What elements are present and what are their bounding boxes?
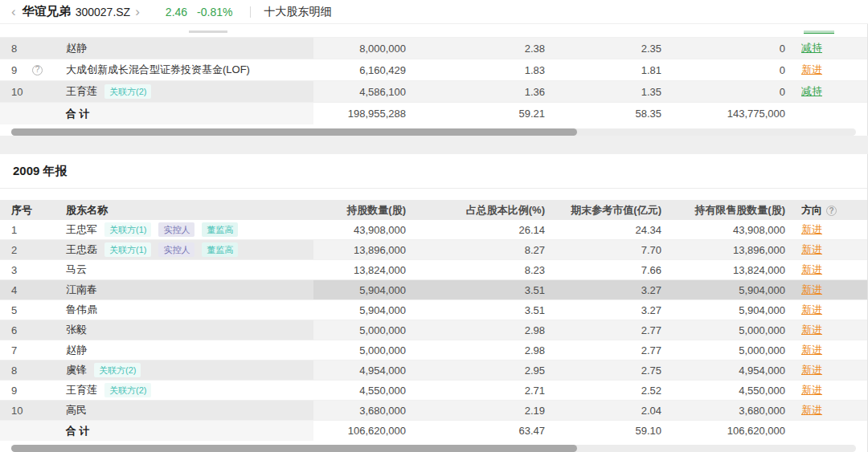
table-row: 8赵静8,000,0002.382.350减持 [0,38,867,59]
direction-link[interactable]: 新进 [801,303,822,316]
ratio-cell: 3.51 [406,284,545,296]
related-tag[interactable]: 关联方(2) [104,383,151,397]
direction-link[interactable]: 新进 [801,223,822,235]
page-title: 十大股东明细 [264,5,331,19]
restricted-shares-cell: 0 [661,43,785,55]
direction-link[interactable]: 新进 [801,324,822,336]
market-value-cell: 2.77 [545,324,661,336]
direction-link[interactable]: 新进 [801,63,822,75]
table-row: 10高民3,680,0002.192.043,680,000新进 [0,401,867,421]
shareholder-name: 江南春 [55,283,97,297]
related-tag[interactable]: 关联方(1) [104,222,151,237]
horizontal-scrollbar[interactable] [11,128,856,136]
prev-period-table: 8赵静8,000,0002.382.350减持9大成创新成长混合型证券投资基金(… [0,24,868,136]
controller-tag[interactable]: 实控人 [158,242,194,257]
stock-title: 华谊兄弟 [23,4,71,19]
row-serial: 4 [11,284,32,296]
col-header-name: 股东名称 [55,203,108,218]
executive-tag[interactable]: 董监高 [202,222,238,237]
market-value-cell: 2.52 [545,385,661,397]
row-serial: 9 [11,385,32,397]
direction-link[interactable]: 新进 [801,364,822,376]
total-restricted: 106,620,000 [661,425,785,437]
scrollbar-thumb[interactable] [11,128,577,136]
ratio-cell: 2.95 [406,364,545,377]
restricted-shares-cell: 13,824,000 [661,264,785,276]
shareholder-name: 大成创新成长混合型证券投资基金(LOF) [55,63,250,77]
direction-link[interactable]: 新进 [801,263,822,275]
direction-link[interactable]: 新进 [801,404,822,416]
direction-link[interactable]: 新进 [801,243,822,255]
col-header-value: 期末参考市值(亿元) [545,203,661,218]
ratio-cell: 2.38 [406,43,545,55]
shareholder-name: 赵静 [55,41,87,55]
col-header-restricted: 持有限售股数量(股) [661,203,785,218]
horizontal-scrollbar[interactable] [11,445,856,452]
total-row: 合 计 198,955,288 59.21 58.35 143,775,000 [0,103,867,124]
shares-cell: 5,904,000 [313,304,406,316]
row-serial: 3 [11,264,32,276]
table-row: 10王育莲关联方(2)4,586,1001.361.350减持 [0,81,867,103]
direction-link[interactable]: 新进 [801,344,822,356]
restricted-shares-cell: 5,904,000 [661,304,785,316]
total-ratio: 63.47 [406,425,545,437]
restricted-shares-cell: 43,908,000 [661,224,785,236]
stock-code: 300027.SZ [76,6,131,18]
total-ratio: 59.21 [406,108,545,120]
direction-link[interactable]: 新进 [801,283,822,295]
total-label: 合 计 [55,424,90,438]
direction-help-icon[interactable] [826,206,837,216]
restricted-shares-cell: 13,896,000 [661,244,785,256]
table-row: 1王忠军关联方(1)实控人董监高43,908,00026.1424.3443,9… [0,220,867,240]
section-gap [0,140,868,154]
restricted-shares-cell: 4,954,000 [661,364,785,377]
shareholder-name: 张毅 [55,323,87,337]
related-tag[interactable]: 关联方(1) [104,242,151,257]
divider [250,6,251,18]
clipped-direction-link [804,31,834,34]
related-tag[interactable]: 关联方(2) [104,84,151,99]
shareholder-name: 鲁伟鼎 [55,303,97,317]
market-value-cell: 7.70 [545,244,661,256]
forward-icon[interactable] [130,5,145,18]
total-row: 合 计 106,620,000 63.47 59.10 106,620,000 [0,421,867,441]
shares-cell: 13,896,000 [313,244,406,256]
row-serial: 6 [11,324,32,336]
restricted-shares-cell: 5,000,000 [661,344,785,356]
market-value-cell: 2.77 [545,344,661,356]
shares-cell: 8,000,000 [313,43,406,55]
table-row: 5鲁伟鼎5,904,0003.513.275,904,000新进 [0,300,867,320]
table-row: 2王忠磊关联方(1)实控人董监高13,896,0008.277.7013,896… [0,240,867,260]
table-row: 7赵静5,000,0002.982.775,000,000新进 [0,340,867,360]
executive-tag[interactable]: 董监高 [202,242,238,257]
market-value-cell: 1.35 [545,86,661,98]
direction-link[interactable]: 减持 [801,42,822,54]
table-row: 3马云13,824,0008.237.6613,824,000新进 [0,260,867,280]
ratio-cell: 2.71 [406,385,545,397]
controller-tag[interactable]: 实控人 [158,222,194,237]
direction-link[interactable]: 新进 [801,384,822,396]
shares-cell: 5,000,000 [313,324,406,336]
table-row: 9大成创新成长混合型证券投资基金(LOF)6,160,4291.831.810新… [0,59,867,81]
restricted-shares-cell: 5,904,000 [661,284,785,296]
col-header-direction: 方向 [785,203,851,218]
col-header-ratio: 占总股本比例(%) [406,203,545,218]
info-icon[interactable] [32,65,43,75]
shares-cell: 4,954,000 [313,364,406,377]
direction-link[interactable]: 减持 [801,85,822,97]
section-title: 2009 年报 [0,154,867,189]
row-serial: 1 [11,224,32,236]
row-serial: 5 [11,304,32,316]
restricted-shares-cell: 4,550,000 [661,385,785,397]
shares-cell: 5,904,000 [313,284,406,296]
shares-cell: 43,908,000 [313,224,406,236]
related-tag[interactable]: 关联方(2) [94,363,141,377]
row-serial: 10 [11,86,32,98]
market-value-cell: 24.34 [545,224,661,236]
market-value-cell: 3.27 [545,304,661,316]
scrollbar-thumb[interactable] [11,445,577,452]
row-serial: 8 [11,364,32,377]
back-icon[interactable] [6,5,21,18]
stock-price: 2.46 [166,6,187,18]
row-serial: 7 [11,344,32,356]
